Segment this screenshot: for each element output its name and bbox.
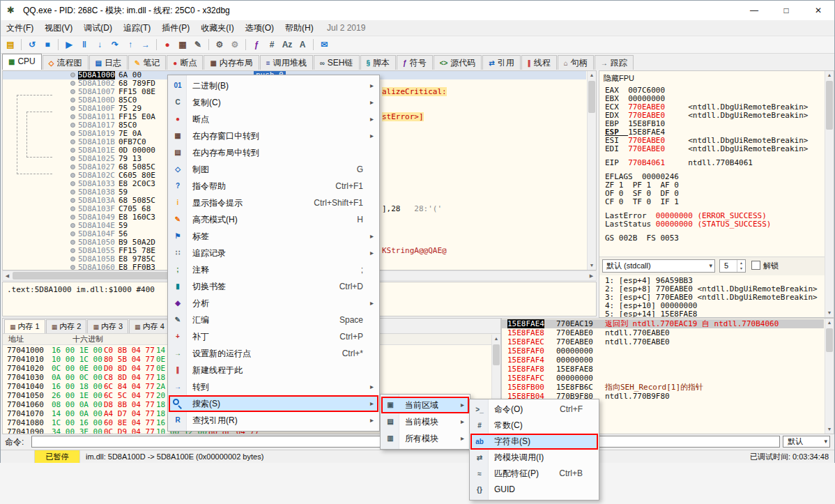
dump-tab-mem-2[interactable]: ▦内存 2	[46, 319, 87, 333]
calling-convention-select[interactable]: 默认 (stdcall) ▾	[602, 259, 715, 273]
open-file-icon[interactable]: ▤	[3, 38, 17, 52]
tab-threads[interactable]: ∥线程	[521, 55, 557, 70]
breakpoint-dot[interactable]	[70, 198, 75, 203]
breakpoint-dot[interactable]	[70, 248, 75, 253]
tab-trace[interactable]: →跟踪	[595, 55, 634, 70]
breakpoint-dot[interactable]	[70, 165, 75, 169]
breakpoint-dot[interactable]	[70, 123, 75, 128]
tab-source[interactable]: <>源代码	[434, 55, 482, 70]
run-to-cursor-icon[interactable]: →	[139, 38, 153, 52]
menu-item[interactable]: ◇制图G	[169, 161, 378, 178]
fx-icon[interactable]: ƒ	[250, 38, 263, 52]
step-into-icon[interactable]: ↓	[93, 38, 107, 52]
scroll-down-icon[interactable]: ▼	[825, 309, 834, 317]
scroll-down-icon[interactable]: ▼	[588, 261, 596, 270]
scrollbar-thumb[interactable]	[826, 328, 833, 352]
menu-item[interactable]: ab字符串(S)	[470, 434, 598, 450]
hide-fpu-button[interactable]: 隐藏FPU	[604, 73, 634, 84]
scrollbar-thumb[interactable]	[493, 344, 500, 365]
breakpoint-dot[interactable]	[70, 223, 75, 228]
breakpoint-icon[interactable]: ●	[160, 38, 174, 52]
breakpoint-dot[interactable]	[70, 98, 75, 102]
run-icon[interactable]: ▶	[62, 38, 76, 52]
menu-item[interactable]: C复制(C)▸	[169, 94, 378, 111]
menu-item[interactable]: ⇄跨模块调用(I)	[470, 450, 598, 466]
menu-item[interactable]: ;注释;	[169, 261, 378, 278]
menu-item[interactable]: ▣当前区域▸	[381, 397, 469, 413]
menubar-item[interactable]: 调试(D)	[78, 20, 118, 36]
tab-call-stack[interactable]: ≡调用堆栈	[260, 55, 313, 70]
menu-item[interactable]: ?指令帮助Ctrl+F1	[169, 178, 378, 194]
scrollbar-thumb[interactable]	[588, 81, 595, 113]
menu-item[interactable]: i显示指令提示Ctrl+Shift+F1	[169, 194, 378, 211]
spinner-buttons[interactable]: ▴▾	[737, 260, 745, 272]
breakpoint-dot[interactable]	[70, 257, 75, 261]
menu-item[interactable]: +补丁Ctrl+P	[169, 328, 378, 345]
tab-breakpoints[interactable]: ●断点	[167, 55, 203, 70]
stack-row[interactable]: 15E8FAE4770EAC19返回到 ntdll.770EAC19 自 ntd…	[502, 319, 824, 328]
tab-handles[interactable]: ⌂句柄	[558, 55, 594, 70]
menu-item[interactable]: ✎高亮模式(H)H	[169, 211, 378, 228]
spinner-up-icon[interactable]: ▴	[740, 261, 742, 265]
tab-cpu[interactable]: ▦CPU	[2, 54, 42, 70]
constants-icon[interactable]: #	[265, 38, 279, 52]
menu-item[interactable]: ✎汇编Space	[169, 312, 378, 328]
scrollbar-thumb[interactable]	[826, 81, 833, 130]
menu-item[interactable]: ⚑标签▸	[169, 228, 378, 245]
stack-row[interactable]: 15E8FAEC770EABE0ntdll.770EABE0	[502, 337, 824, 346]
stack-row[interactable]: 15E8FAFC00000000	[502, 374, 824, 383]
stack-row[interactable]: 15E8FAF815E8FAE8	[502, 365, 824, 374]
case-icon[interactable]: Az	[280, 38, 294, 52]
dump-tab-mem-1[interactable]: ▦内存 1	[4, 319, 45, 333]
breakpoint-dot[interactable]	[70, 265, 75, 270]
stack-row[interactable]: 15E8FAF400000000	[502, 356, 824, 365]
maximize-button[interactable]: □	[770, 1, 802, 20]
menu-item[interactable]: ●断点▸	[169, 111, 378, 128]
menu-item[interactable]: #常数(C)	[470, 418, 598, 434]
tab-symbols[interactable]: ƒ符号	[397, 55, 433, 70]
stack-row[interactable]: 15E8FAE8770EABE0ntdll.770EABE0	[502, 328, 824, 337]
breakpoint-dot[interactable]	[70, 173, 75, 178]
settings-icon[interactable]: ⚙	[213, 38, 227, 52]
breakpoint-dot[interactable]	[70, 148, 75, 153]
menubar-item[interactable]: 选项(O)	[240, 20, 279, 36]
scroll-down-icon[interactable]: ▼	[825, 425, 834, 434]
menubar-item[interactable]: 视图(V)	[39, 20, 78, 36]
feedback-icon[interactable]: ✉	[317, 38, 331, 52]
unlock-checkbox[interactable]: 解锁	[751, 261, 779, 270]
breakpoint-dot[interactable]	[70, 190, 75, 194]
plugins-icon[interactable]: ⚙	[228, 38, 242, 52]
memory-map-icon[interactable]: ▦	[176, 38, 190, 52]
menubar-item[interactable]: 文件(F)	[1, 20, 39, 36]
menu-item[interactable]: 搜索(S)▸	[169, 395, 378, 412]
menu-item[interactable]: →设置新的运行点Ctrl+*	[169, 345, 378, 362]
breakpoint-dot[interactable]	[70, 156, 75, 161]
argument-count-spinner[interactable]: 5 ▴▾	[719, 259, 746, 273]
registers-vertical-scrollbar[interactable]: ▲ ▼	[825, 71, 834, 317]
restart-icon[interactable]: ↺	[25, 38, 39, 52]
step-over-icon[interactable]: ↷	[108, 38, 122, 52]
register-line[interactable]: CF 0 TF 0 IF 1	[605, 198, 823, 206]
pause-icon[interactable]: ‖	[77, 38, 91, 52]
breakpoint-dot[interactable]	[70, 240, 75, 245]
menu-item[interactable]: ▤在内存布局中转到	[169, 144, 378, 161]
breakpoint-dot[interactable]	[70, 139, 75, 144]
patch-icon[interactable]: ✎	[191, 38, 205, 52]
menu-item[interactable]: {}GUID	[470, 482, 598, 498]
minimize-button[interactable]: —	[738, 1, 770, 20]
scroll-up-icon[interactable]: ▲	[492, 335, 500, 343]
register-line[interactable]: EIP 770B4061 ntdll.770B4061	[605, 159, 823, 167]
breakpoint-dot[interactable]	[70, 114, 75, 119]
breakpoint-dot[interactable]	[70, 206, 75, 211]
scroll-up-icon[interactable]: ▲	[825, 319, 834, 327]
menu-item[interactable]: ▦在内存窗口中转到▸	[169, 128, 378, 144]
scroll-right-icon[interactable]: ▶	[587, 271, 596, 280]
menu-item[interactable]: 01二进制(B)▸	[169, 77, 378, 94]
menubar-item[interactable]: 收藏夹(I)	[195, 20, 239, 36]
close-button[interactable]: ✕	[802, 1, 834, 20]
scroll-left-icon[interactable]: ◀	[3, 271, 12, 280]
stop-icon[interactable]: ■	[40, 38, 54, 52]
breakpoint-dot[interactable]	[70, 106, 75, 111]
command-profile-dropdown[interactable]: 默认 ▾	[783, 436, 830, 448]
breakpoint-dot[interactable]	[70, 231, 75, 236]
